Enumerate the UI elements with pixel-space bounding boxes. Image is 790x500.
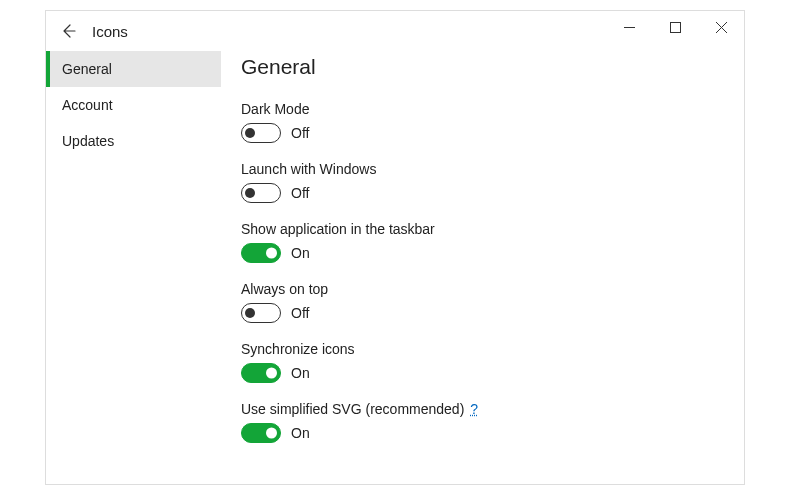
toggle-knob — [266, 368, 277, 379]
toggle-state: On — [291, 425, 310, 441]
setting-show-in-taskbar: Show application in the taskbar On — [241, 221, 720, 263]
setting-label: Synchronize icons — [241, 341, 720, 357]
toggle-synchronize-icons[interactable] — [241, 363, 281, 383]
toggle-row: Off — [241, 123, 720, 143]
toggle-row: Off — [241, 303, 720, 323]
setting-label: Use simplified SVG (recommended) ? — [241, 401, 720, 417]
minimize-icon — [624, 22, 635, 33]
minimize-button[interactable] — [606, 11, 652, 43]
help-link[interactable]: ? — [470, 401, 478, 417]
toggle-row: Off — [241, 183, 720, 203]
window-title: Icons — [92, 23, 128, 40]
toggle-dark-mode[interactable] — [241, 123, 281, 143]
toggle-row: On — [241, 423, 720, 443]
content-area: General Dark Mode Off Launch with Window… — [221, 51, 744, 484]
window-body: General Account Updates General Dark Mod… — [46, 51, 744, 484]
back-button[interactable] — [48, 11, 88, 51]
setting-always-on-top: Always on top Off — [241, 281, 720, 323]
toggle-knob — [245, 188, 255, 198]
maximize-button[interactable] — [652, 11, 698, 43]
close-icon — [716, 22, 727, 33]
toggle-simplified-svg[interactable] — [241, 423, 281, 443]
sidebar-item-label: Updates — [62, 133, 114, 149]
setting-dark-mode: Dark Mode Off — [241, 101, 720, 143]
sidebar-item-label: Account — [62, 97, 113, 113]
toggle-row: On — [241, 243, 720, 263]
maximize-icon — [670, 22, 681, 33]
toggle-state: Off — [291, 305, 309, 321]
setting-label: Always on top — [241, 281, 720, 297]
titlebar: Icons — [46, 11, 744, 51]
page-heading: General — [241, 55, 720, 79]
setting-launch-with-windows: Launch with Windows Off — [241, 161, 720, 203]
svg-rect-0 — [670, 22, 680, 32]
toggle-knob — [266, 428, 277, 439]
sidebar: General Account Updates — [46, 51, 221, 484]
sidebar-item-general[interactable]: General — [46, 51, 221, 87]
setting-synchronize-icons: Synchronize icons On — [241, 341, 720, 383]
toggle-state: Off — [291, 125, 309, 141]
toggle-knob — [245, 308, 255, 318]
sidebar-item-label: General — [62, 61, 112, 77]
toggle-launch-with-windows[interactable] — [241, 183, 281, 203]
setting-simplified-svg: Use simplified SVG (recommended) ? On — [241, 401, 720, 443]
toggle-knob — [266, 248, 277, 259]
setting-label: Show application in the taskbar — [241, 221, 720, 237]
toggle-row: On — [241, 363, 720, 383]
toggle-state: Off — [291, 185, 309, 201]
setting-label: Launch with Windows — [241, 161, 720, 177]
sidebar-item-account[interactable]: Account — [46, 87, 221, 123]
window: Icons General Account Updates — [45, 10, 745, 485]
toggle-knob — [245, 128, 255, 138]
setting-label: Dark Mode — [241, 101, 720, 117]
toggle-always-on-top[interactable] — [241, 303, 281, 323]
close-button[interactable] — [698, 11, 744, 43]
setting-label-text: Use simplified SVG (recommended) — [241, 401, 464, 417]
sidebar-item-updates[interactable]: Updates — [46, 123, 221, 159]
window-controls — [606, 11, 744, 43]
toggle-show-in-taskbar[interactable] — [241, 243, 281, 263]
toggle-state: On — [291, 245, 310, 261]
toggle-state: On — [291, 365, 310, 381]
arrow-left-icon — [60, 23, 76, 39]
